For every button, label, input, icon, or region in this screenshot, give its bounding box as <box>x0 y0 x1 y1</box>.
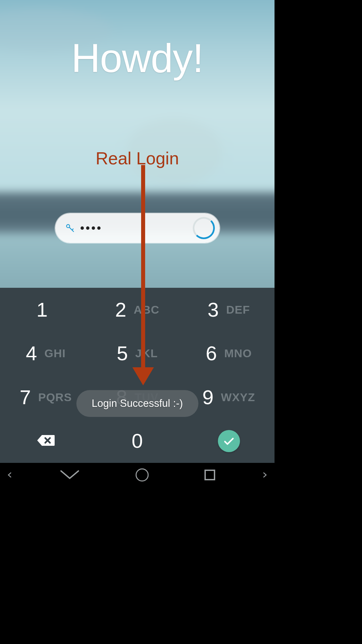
key-3[interactable]: 3 DEF <box>183 288 275 332</box>
greeting-title: Howdy! <box>0 35 275 81</box>
system-nav-bar <box>0 463 275 488</box>
backspace-icon <box>37 434 55 448</box>
svg-line-2 <box>72 229 73 230</box>
key-5[interactable]: 5 JKL <box>92 332 183 376</box>
digit-label: 3 <box>207 298 219 321</box>
numeric-keypad: 1 2 ABC 3 DEF 4 GHI 5 JKL 6 MNO 7 PQRS 8 <box>0 288 275 463</box>
letters-label: PQRS <box>38 391 72 404</box>
nav-recents-button[interactable] <box>203 468 217 483</box>
confirm-button[interactable] <box>183 419 275 463</box>
letters-label: WXYZ <box>221 391 255 404</box>
pin-value: •••• <box>80 222 102 234</box>
svg-point-3 <box>136 469 148 481</box>
digit-label: 9 <box>202 386 214 409</box>
digit-label: 1 <box>37 298 48 321</box>
key-6[interactable]: 6 MNO <box>183 332 275 376</box>
digit-label: 5 <box>117 342 128 365</box>
nav-home-button[interactable] <box>135 468 149 484</box>
letters-label: JKL <box>135 347 158 360</box>
nav-back-button[interactable] <box>58 468 81 483</box>
digit-label: 7 <box>20 386 31 409</box>
key-2[interactable]: 2 ABC <box>92 288 183 332</box>
digit-label: 6 <box>206 342 217 365</box>
key-0[interactable]: 0 <box>92 419 183 463</box>
letters-label: MNO <box>224 347 252 360</box>
nav-prev-button[interactable] <box>6 471 14 480</box>
lock-screen: Howdy! Real Login •••• 1 2 ABC 3 DEF <box>0 0 275 488</box>
svg-rect-4 <box>205 470 215 480</box>
letters-label: ABC <box>134 303 160 316</box>
key-1[interactable]: 1 <box>0 288 92 332</box>
loading-spinner <box>193 217 215 239</box>
login-label: Real Login <box>0 148 275 168</box>
letters-label: DEF <box>226 303 250 316</box>
wallpaper-area: Howdy! Real Login •••• <box>0 0 275 288</box>
backspace-button[interactable] <box>0 419 92 463</box>
key-icon <box>65 223 75 233</box>
digit-label: 0 <box>132 429 143 452</box>
letters-label: GHI <box>44 347 65 360</box>
nav-next-button[interactable] <box>260 471 268 480</box>
status-toast: Login Successful :-) <box>76 390 198 417</box>
digit-label: 4 <box>26 342 37 365</box>
key-4[interactable]: 4 GHI <box>0 332 92 376</box>
pin-input[interactable]: •••• <box>55 213 220 243</box>
checkmark-icon <box>218 430 240 452</box>
digit-label: 2 <box>115 298 126 321</box>
